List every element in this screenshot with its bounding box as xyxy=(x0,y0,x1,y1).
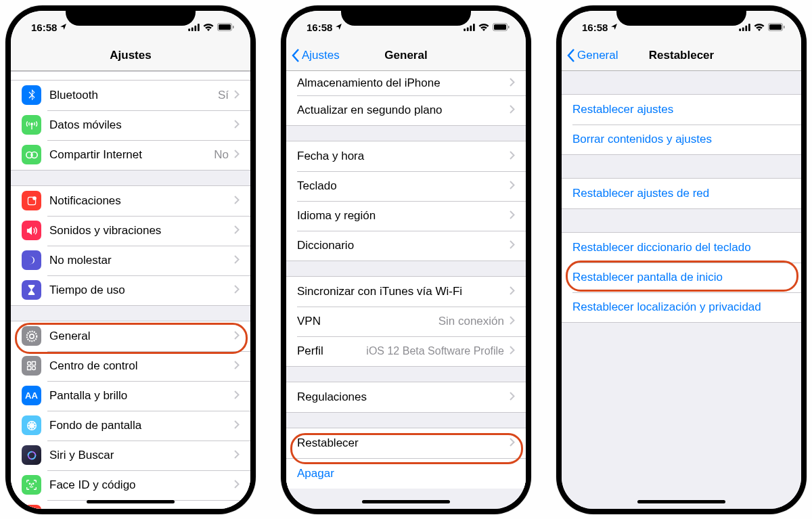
row-storage[interactable]: Almacenamiento del iPhone xyxy=(286,71,526,95)
row-siri[interactable]: Siri y Buscar xyxy=(11,441,250,470)
group-reset-3: Restablecer diccionario del teclado Rest… xyxy=(562,232,801,323)
content-area[interactable]: Restablecer ajustes Borrar contenidos y … xyxy=(562,71,801,509)
row-mobile-data[interactable]: Datos móviles xyxy=(11,110,250,140)
row-reset-location[interactable]: Restablecer localización y privacidad xyxy=(562,292,801,322)
row-label: Sonidos y vibraciones xyxy=(49,224,234,238)
svg-rect-1 xyxy=(191,28,194,32)
content-area[interactable]: Almacenamiento del iPhone Actualizar en … xyxy=(286,71,526,509)
svg-rect-27 xyxy=(473,24,475,31)
nav-title: Ajustes xyxy=(110,49,151,62)
row-label: Almacenamiento del iPhone xyxy=(297,76,510,90)
chevron-icon xyxy=(510,210,515,222)
shutdown-label: Apagar xyxy=(297,467,334,480)
row-value: No xyxy=(214,148,229,162)
chevron-icon xyxy=(510,180,515,192)
row-label: Datos móviles xyxy=(49,118,234,132)
row-label: Siri y Buscar xyxy=(49,449,234,462)
chevron-icon xyxy=(510,240,515,252)
location-icon xyxy=(60,23,67,32)
row-label: Fecha y hora xyxy=(297,150,510,163)
row-label: Sincronizar con iTunes vía Wi-Fi xyxy=(297,285,510,298)
row-general[interactable]: General xyxy=(11,321,250,351)
group-reset-1: Restablecer ajustes Borrar contenidos y … xyxy=(562,94,801,155)
battery-icon xyxy=(768,22,785,33)
phone-ajustes: 16:58 Ajustes B xyxy=(0,0,261,519)
row-notifications[interactable]: Notificaciones xyxy=(11,186,250,216)
row-bluetooth[interactable]: Bluetooth Sí xyxy=(11,81,250,110)
settings-group-general: General Centro de control AA Pantalla y … xyxy=(11,321,250,509)
signal-icon xyxy=(739,22,750,33)
row-sounds[interactable]: Sonidos y vibraciones xyxy=(11,216,250,246)
chevron-icon xyxy=(234,284,240,296)
home-indicator[interactable] xyxy=(362,500,450,503)
chevron-icon xyxy=(234,449,240,461)
row-reset-network[interactable]: Restablecer ajustes de red xyxy=(562,179,801,208)
chevron-icon xyxy=(234,420,240,432)
row-label: Face ID y código xyxy=(49,478,234,492)
row-erase-all[interactable]: Borrar contenidos y ajustes xyxy=(562,125,801,154)
row-reset-home[interactable]: Restablecer pantalla de inicio xyxy=(562,263,801,292)
row-value: iOS 12 Beta Software Profile xyxy=(366,345,504,357)
group-storage: Almacenamiento del iPhone Actualizar en … xyxy=(286,71,526,126)
row-label: Fondo de pantalla xyxy=(49,419,234,432)
row-value: Sin conexión xyxy=(438,315,504,328)
row-label: Perfil xyxy=(297,344,366,358)
content-area[interactable]: Bluetooth Sí Datos móviles Compartir Int… xyxy=(11,71,250,509)
location-icon xyxy=(610,23,618,32)
row-reset-keyboard[interactable]: Restablecer diccionario del teclado xyxy=(562,233,801,263)
row-hotspot[interactable]: Compartir Internet No xyxy=(11,140,250,170)
row-label: Restablecer ajustes xyxy=(572,103,790,116)
home-indicator[interactable] xyxy=(637,500,725,503)
chevron-icon xyxy=(510,104,515,116)
row-itunes[interactable]: Sincronizar con iTunes vía Wi-Fi xyxy=(286,277,526,307)
nav-bar: Ajustes xyxy=(11,41,250,71)
row-display[interactable]: AA Pantalla y brillo xyxy=(11,381,250,411)
row-control-center[interactable]: Centro de control xyxy=(11,351,250,381)
svg-rect-31 xyxy=(739,28,741,31)
row-background[interactable]: Actualizar en segundo plano xyxy=(286,95,526,125)
chevron-icon xyxy=(510,437,515,449)
svg-rect-24 xyxy=(464,28,466,31)
back-label: Ajustes xyxy=(302,49,340,62)
row-screentime[interactable]: Tiempo de uso xyxy=(11,275,250,305)
row-dictionary[interactable]: Diccionario xyxy=(286,231,526,261)
row-faceid[interactable]: Face ID y código xyxy=(11,470,250,500)
row-label: VPN xyxy=(297,315,438,328)
hotspot-icon xyxy=(22,145,41,164)
settings-group-connectivity: Bluetooth Sí Datos móviles Compartir Int… xyxy=(11,81,250,171)
svg-rect-37 xyxy=(784,26,785,28)
row-datetime[interactable]: Fecha y hora xyxy=(286,141,526,171)
row-reset[interactable]: Restablecer xyxy=(286,428,526,458)
phone-screen: 16:58 Ajustes General xyxy=(286,11,526,509)
row-wallpaper[interactable]: Fondo de pantalla xyxy=(11,411,250,441)
chevron-icon xyxy=(510,391,515,403)
phone-reset: 16:58 General Restablecer Restablec xyxy=(551,0,812,519)
home-indicator[interactable] xyxy=(87,500,175,503)
phone-frame: 16:58 Ajustes General xyxy=(281,5,531,514)
back-button[interactable]: Ajustes xyxy=(292,49,340,62)
row-profile[interactable]: PerfiliOS 12 Beta Software Profile xyxy=(286,336,526,366)
chevron-icon xyxy=(234,360,240,372)
row-value: Sí xyxy=(218,89,229,102)
group-lang: Fecha y hora Teclado Idioma y región Dic… xyxy=(286,141,526,261)
svg-rect-29 xyxy=(494,24,506,30)
row-language[interactable]: Idioma y región xyxy=(286,201,526,231)
row-keyboard[interactable]: Teclado xyxy=(286,171,526,201)
nav-title: General xyxy=(384,49,427,62)
svg-rect-25 xyxy=(467,28,469,32)
row-label: Regulaciones xyxy=(297,390,510,404)
row-dnd[interactable]: No molestar xyxy=(11,246,250,275)
row-regulations[interactable]: Regulaciones xyxy=(286,382,526,412)
row-shutdown[interactable]: Apagar xyxy=(286,458,526,489)
back-button[interactable]: General xyxy=(567,49,618,62)
svg-rect-5 xyxy=(219,24,231,30)
row-reset-settings[interactable]: Restablecer ajustes xyxy=(562,95,801,125)
row-label: No molestar xyxy=(49,254,234,267)
row-vpn[interactable]: VPNSin conexión xyxy=(286,307,526,336)
svg-rect-0 xyxy=(188,28,190,31)
svg-point-15 xyxy=(32,366,35,369)
wifi-icon xyxy=(754,22,765,33)
chevron-icon xyxy=(510,150,515,162)
signal-icon xyxy=(464,22,475,33)
svg-point-11 xyxy=(32,196,37,200)
